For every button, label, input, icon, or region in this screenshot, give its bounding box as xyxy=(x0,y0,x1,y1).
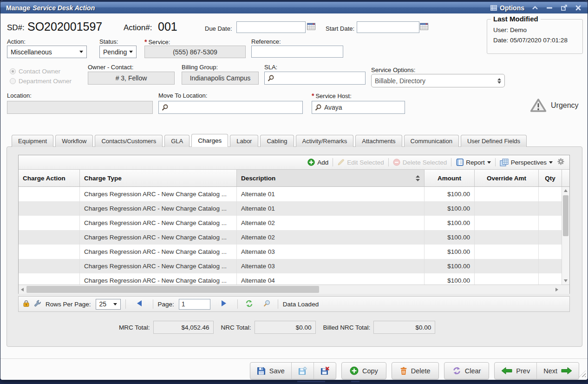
vertical-scrollbar[interactable] xyxy=(562,187,569,285)
grid-settings-button[interactable] xyxy=(557,158,565,167)
cell-amount: $100.00 xyxy=(425,273,475,285)
cell-qty xyxy=(539,273,562,285)
delete-button[interactable]: Delete xyxy=(392,362,439,379)
action-select[interactable]: Miscellaneous xyxy=(7,46,87,58)
service-host-search-input[interactable]: Avaya xyxy=(312,101,405,114)
background-page-fragment xyxy=(351,381,359,382)
page-input[interactable] xyxy=(179,299,210,310)
edit-selected-button[interactable]: Edit Selected xyxy=(337,159,384,166)
collapse-button[interactable] xyxy=(531,4,539,12)
add-button[interactable]: Add xyxy=(307,159,328,166)
clear-label: Clear xyxy=(465,367,481,375)
column-header-charge-action[interactable]: Charge Action xyxy=(19,170,80,186)
tab-communication[interactable]: Communication xyxy=(404,135,459,147)
contact-owner-radio[interactable]: Contact Owner xyxy=(10,68,60,75)
tab-activity-remarks[interactable]: Activity/Remarks xyxy=(296,135,354,147)
close-button[interactable] xyxy=(575,4,582,12)
tab-gla[interactable]: GLA xyxy=(164,135,189,147)
cell-override-amt xyxy=(475,201,539,216)
horizontal-scrollbar-thumb[interactable] xyxy=(26,286,319,293)
lock-icon[interactable] xyxy=(23,300,29,308)
department-owner-radio[interactable]: Department Owner xyxy=(10,78,72,85)
perspectives-button[interactable]: Perspectives xyxy=(500,159,553,166)
column-header-override-amt[interactable]: Override Amt xyxy=(475,170,539,186)
footer-buttons: Save Copy Delete Clear xyxy=(250,362,579,379)
column-header-amount[interactable]: Amount xyxy=(425,170,475,186)
table-row[interactable]: Charges Regression ARC - New Charge Cata… xyxy=(19,273,562,285)
prev-next-button-group: Prev Next xyxy=(494,362,579,379)
scroll-left-icon[interactable] xyxy=(21,288,24,291)
cell-charge-action xyxy=(19,259,80,273)
scroll-down-icon[interactable] xyxy=(562,279,569,282)
tab-attachments[interactable]: Attachments xyxy=(355,135,402,147)
tab-contacts-customers[interactable]: Contacts/Customers xyxy=(95,135,163,147)
clear-button[interactable]: Clear xyxy=(444,362,490,379)
table-row[interactable]: Charges Regression ARC - New Charge Cata… xyxy=(19,216,562,230)
column-header-charge-type[interactable]: Charge Type xyxy=(80,170,237,186)
cell-charge-type: Charges Regression ARC - New Charge Cata… xyxy=(80,216,237,230)
cell-charge-action xyxy=(19,201,80,216)
tab-workflow[interactable]: Workflow xyxy=(55,135,93,147)
prev-label: Prev xyxy=(516,367,530,375)
reference-input[interactable] xyxy=(251,46,343,58)
cell-charge-action xyxy=(19,216,80,230)
save-and-close-button[interactable] xyxy=(314,363,336,379)
tab-bar: Equipment Workflow Contacts/Customers GL… xyxy=(12,134,527,147)
tab-user-defined-fields[interactable]: User Defined Fields xyxy=(461,135,527,147)
tab-labor[interactable]: Labor xyxy=(230,135,258,147)
table-row[interactable]: Charges Regression ARC - New Charge Cata… xyxy=(19,259,562,273)
add-label: Add xyxy=(317,159,328,166)
dialog-titlebar[interactable]: Manage Service Desk Action Options xyxy=(0,0,588,13)
table-row[interactable]: Charges Regression ARC - New Charge Cata… xyxy=(19,201,562,216)
scroll-up-icon[interactable] xyxy=(562,189,569,192)
edit-pencil-icon xyxy=(337,159,345,166)
popout-button[interactable] xyxy=(560,4,568,12)
start-date-calendar-icon[interactable] xyxy=(420,22,428,32)
status-label: Status: xyxy=(99,38,118,45)
vertical-scrollbar-thumb[interactable] xyxy=(563,195,568,236)
tab-charges[interactable]: Charges xyxy=(191,134,228,147)
tab-cabling[interactable]: Cabling xyxy=(260,135,294,147)
table-row[interactable]: Charges Regression ARC - New Charge Cata… xyxy=(19,187,562,201)
horizontal-scrollbar[interactable] xyxy=(19,285,569,294)
save-button[interactable]: Save xyxy=(250,363,291,379)
sd-number-value: SO202001597 xyxy=(27,20,102,33)
copy-button[interactable]: Copy xyxy=(341,362,386,379)
options-button[interactable]: Options xyxy=(490,4,524,12)
rows-per-page-select[interactable]: 25 xyxy=(96,299,121,310)
sort-icon xyxy=(416,175,420,181)
delete-selected-button[interactable]: Delete Selected xyxy=(393,159,447,166)
due-date-input[interactable] xyxy=(236,21,306,33)
trash-icon xyxy=(400,367,407,375)
header-filler xyxy=(562,170,569,186)
table-row[interactable]: Charges Regression ARC - New Charge Cata… xyxy=(19,230,562,245)
wrench-icon[interactable] xyxy=(34,300,41,308)
pager-search-button[interactable] xyxy=(261,300,273,308)
next-page-button[interactable] xyxy=(215,300,233,308)
refresh-button[interactable] xyxy=(242,300,256,309)
report-button[interactable]: Report xyxy=(456,159,491,166)
due-date-calendar-icon[interactable] xyxy=(307,22,315,32)
move-to-location-search-input[interactable] xyxy=(158,101,303,114)
urgency-warning-icon xyxy=(530,98,547,113)
prev-page-button[interactable] xyxy=(131,300,148,308)
resize-grip[interactable] xyxy=(579,371,586,377)
rows-per-page-value: 25 xyxy=(99,300,107,308)
table-row[interactable]: Charges Regression ARC - New Charge Cata… xyxy=(19,245,562,259)
prev-button[interactable]: Prev xyxy=(495,363,536,379)
background-page-fragment xyxy=(297,381,325,382)
toolbar-separator xyxy=(333,158,333,166)
status-select[interactable]: Pending xyxy=(99,46,137,58)
save-and-new-button[interactable] xyxy=(291,363,314,379)
urgency-indicator[interactable]: Urgency xyxy=(530,98,579,113)
sd-number-label: SD#: xyxy=(7,23,25,33)
sla-search-input[interactable] xyxy=(264,72,366,85)
next-button[interactable]: Next xyxy=(536,363,579,379)
column-header-description[interactable]: Description xyxy=(237,170,425,186)
start-date-input[interactable] xyxy=(357,21,419,33)
scroll-right-icon[interactable] xyxy=(555,288,558,291)
tab-equipment[interactable]: Equipment xyxy=(12,135,53,147)
service-options-select[interactable]: Billable, Directory xyxy=(371,74,505,87)
minimize-button[interactable] xyxy=(546,4,553,12)
column-header-qty[interactable]: Qty xyxy=(539,170,562,186)
